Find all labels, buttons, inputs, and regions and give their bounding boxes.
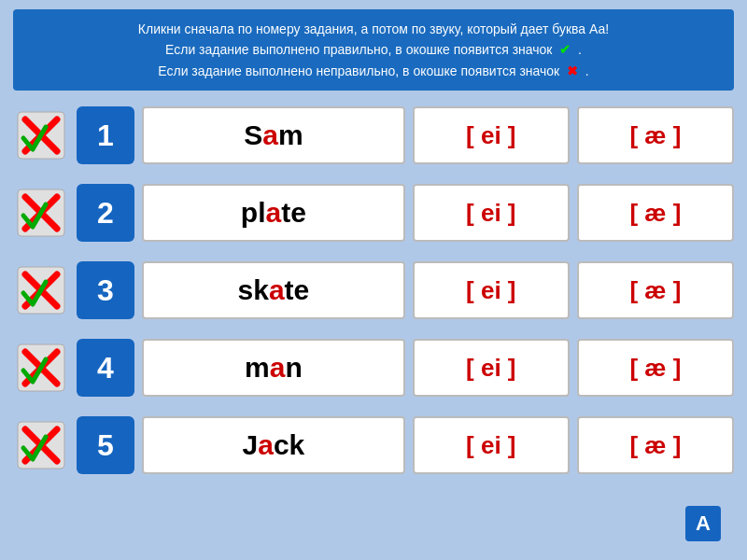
highlight-1: a [262, 119, 278, 150]
rows-wrapper: 1 Sam [ ei ] [ æ ] [13, 100, 734, 551]
sound1-box-5[interactable]: [ ei ] [413, 416, 570, 474]
instruction-line1: Кликни сначала по номеру задания, а пото… [28, 19, 719, 39]
num-box-4[interactable]: 4 [77, 339, 134, 397]
sound2-label-3: [ æ ] [629, 276, 681, 305]
num-box-2[interactable]: 2 [77, 184, 134, 242]
word-text-3: skate [238, 274, 310, 306]
word-box-2[interactable]: plate [142, 184, 405, 242]
cross-icon-instr: ✖ [567, 63, 578, 78]
sound1-label-3: [ ei ] [466, 276, 515, 305]
num-label-1: 1 [97, 119, 114, 153]
instruction-line3: Если задание выполнено неправильно, в ок… [28, 61, 719, 81]
sound1-label-5: [ ei ] [466, 431, 515, 460]
word-text-2: plate [241, 197, 306, 229]
status-icon-2 [13, 185, 69, 241]
corner-letter: A [685, 506, 721, 541]
sound1-label-1: [ ei ] [466, 121, 515, 150]
num-label-2: 2 [97, 196, 114, 231]
sound2-label-4: [ æ ] [629, 354, 681, 383]
sound2-box-5[interactable]: [ æ ] [577, 416, 734, 474]
main-container: Кликни сначала по номеру задания, а пото… [0, 0, 747, 560]
word-text-5: Jack [243, 429, 305, 461]
word-box-3[interactable]: skate [142, 261, 405, 319]
row-1: 1 Sam [ ei ] [ æ ] [13, 100, 734, 171]
num-box-3[interactable]: 3 [77, 261, 134, 319]
row-5: 5 Jack [ ei ] [ æ ] [13, 410, 734, 481]
word-text-1: Sam [244, 119, 303, 151]
instruction-line2: Если задание выполнено правильно, в окош… [28, 39, 719, 60]
rows-list: 1 Sam [ ei ] [ æ ] [13, 100, 734, 551]
highlight-5: a [258, 429, 274, 460]
check-icon: ✔ [559, 42, 571, 57]
sound1-box-1[interactable]: [ ei ] [413, 106, 570, 164]
sound1-box-4[interactable]: [ ei ] [413, 339, 570, 397]
sound2-label-2: [ æ ] [629, 199, 681, 228]
instructions-box: Кликни сначала по номеру задания, а пото… [13, 9, 734, 91]
num-label-4: 4 [97, 351, 114, 385]
highlight-4: a [270, 352, 286, 383]
num-label-3: 3 [97, 273, 114, 308]
sound1-box-3[interactable]: [ ei ] [413, 261, 570, 319]
word-box-5[interactable]: Jack [142, 416, 405, 474]
word-box-4[interactable]: man [142, 339, 405, 397]
sound2-box-2[interactable]: [ æ ] [577, 184, 734, 242]
status-icon-3 [13, 262, 69, 318]
highlight-3: a [269, 274, 285, 305]
num-box-5[interactable]: 5 [77, 416, 134, 474]
sound2-box-3[interactable]: [ æ ] [577, 261, 734, 319]
num-label-5: 5 [97, 428, 114, 463]
sound2-label-5: [ æ ] [629, 431, 681, 460]
word-box-1[interactable]: Sam [142, 106, 405, 164]
sound2-label-1: [ æ ] [629, 121, 681, 150]
row-2: 2 plate [ ei ] [ æ ] [13, 177, 734, 248]
word-text-4: man [245, 352, 303, 384]
row-4: 4 man [ ei ] [ æ ] [13, 332, 734, 403]
sound2-box-1[interactable]: [ æ ] [577, 106, 734, 164]
row-3: 3 skate [ ei ] [ æ ] [13, 255, 734, 326]
sound2-box-4[interactable]: [ æ ] [577, 339, 734, 397]
sound1-label-4: [ ei ] [466, 354, 515, 383]
num-box-1[interactable]: 1 [77, 106, 134, 164]
status-icon-5 [13, 417, 69, 473]
status-icon-1 [13, 107, 69, 163]
sound1-box-2[interactable]: [ ei ] [413, 184, 570, 242]
status-icon-4 [13, 340, 69, 396]
sound1-label-2: [ ei ] [466, 199, 515, 228]
highlight-2: a [266, 197, 282, 228]
